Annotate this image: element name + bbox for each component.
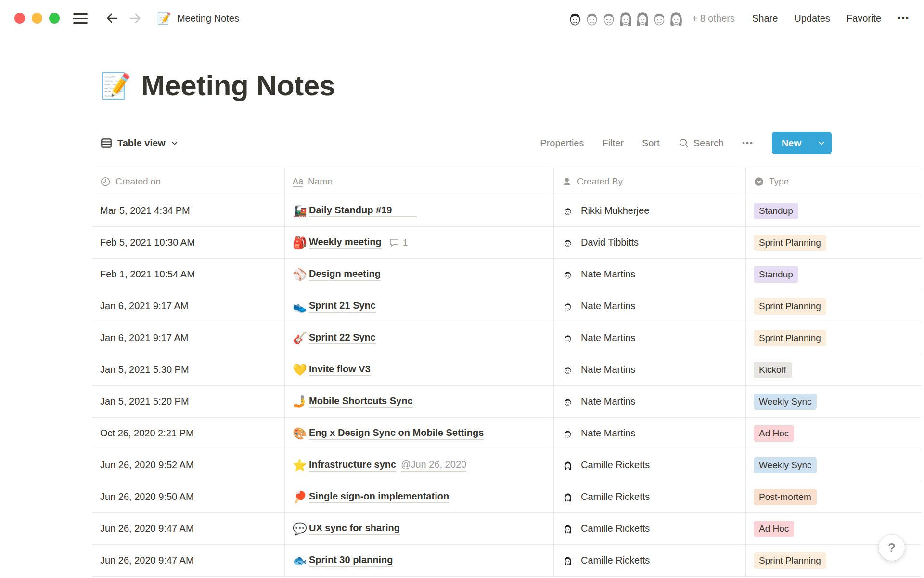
search-button[interactable]: Search	[678, 137, 724, 149]
cell-type[interactable]: Sprint Planning	[746, 290, 921, 322]
cell-type[interactable]: Standup	[746, 195, 921, 226]
cell-created-on[interactable]: Jun 26, 2020 9:47 AM	[92, 513, 285, 544]
table-row[interactable]: Mar 5, 2021 4:34 PM🚂Daily Standup #19Rik…	[92, 195, 921, 227]
column-header-name[interactable]: Aa Name	[285, 168, 554, 195]
table-row[interactable]: Jan 6, 2021 9:17 AM🎸Sprint 22 SyncNate M…	[92, 322, 921, 354]
cell-created-by[interactable]: Rikki Mukherjee	[554, 195, 746, 226]
page-title-emoji-icon[interactable]: 📝	[100, 67, 131, 104]
table-row[interactable]: Jan 6, 2021 9:17 AM👟Sprint 21 SyncNate M…	[92, 290, 921, 322]
new-button-label[interactable]: New	[772, 132, 811, 154]
table-row[interactable]: Oct 26, 2020 2:21 PM🎨Eng x Design Sync o…	[92, 418, 921, 449]
page-title-link[interactable]: Weekly meeting	[309, 236, 382, 249]
share-button[interactable]: Share	[752, 13, 778, 24]
cell-created-by[interactable]: Nate Martins	[554, 418, 746, 449]
table-row[interactable]: Jun 26, 2020 9:52 AM⭐Infrastructure sync…	[92, 449, 921, 481]
page-title[interactable]: Meeting Notes	[141, 67, 335, 104]
page-title-link[interactable]: Mobile Shortcuts Sync	[309, 395, 413, 408]
cell-created-on[interactable]: Jan 5, 2021 5:30 PM	[92, 354, 285, 385]
view-more-options-icon[interactable]: •••	[742, 138, 754, 148]
new-button[interactable]: New	[772, 132, 832, 154]
page-title-link[interactable]: Daily Standup #19	[309, 205, 417, 217]
comment-count[interactable]: 1	[388, 237, 408, 249]
cell-name[interactable]: 🚂Daily Standup #19	[285, 195, 554, 226]
cell-type[interactable]: Sprint Planning	[746, 322, 921, 354]
column-header-created-on[interactable]: Created on	[92, 168, 285, 195]
cell-name[interactable]: 👟Sprint 21 Sync	[285, 290, 554, 322]
page-title-link[interactable]: Sprint 21 Sync	[309, 300, 376, 313]
cell-created-by[interactable]: Nate Martins	[554, 322, 746, 354]
cell-created-on[interactable]: Jan 6, 2021 9:17 AM	[92, 290, 285, 322]
table-row[interactable]: Jan 5, 2021 5:30 PM💛Invite flow V3Nate M…	[92, 354, 921, 386]
cell-created-by[interactable]: Camille Ricketts	[554, 545, 746, 576]
sidebar-menu-icon[interactable]	[73, 13, 88, 24]
column-header-type[interactable]: Type	[746, 168, 921, 195]
others-count[interactable]: + 8 others	[692, 13, 735, 24]
cell-created-on[interactable]: Jun 26, 2020 9:47 AM	[92, 545, 285, 576]
page-title-link[interactable]: Invite flow V3	[309, 364, 371, 376]
sort-button[interactable]: Sort	[642, 138, 660, 149]
cell-created-on[interactable]: Oct 26, 2020 2:21 PM	[92, 418, 285, 449]
cell-name[interactable]: 🤳Mobile Shortcuts Sync	[285, 386, 554, 417]
cell-type[interactable]: Kickoff	[746, 354, 921, 385]
table-row[interactable]: Jun 26, 2020 9:50 AM🏓Single sign-on impl…	[92, 481, 921, 513]
minimize-window-button[interactable]	[32, 13, 42, 24]
updates-button[interactable]: Updates	[794, 13, 830, 24]
breadcrumb[interactable]: 📝 Meeting Notes	[157, 12, 239, 25]
help-button[interactable]: ?	[879, 535, 905, 561]
table-row[interactable]: Jun 26, 2020 9:47 AM💬UX sync for sharing…	[92, 513, 921, 545]
cell-created-by[interactable]: Nate Martins	[554, 386, 746, 417]
cell-created-by[interactable]: Nate Martins	[554, 290, 746, 322]
page-title-link[interactable]: Sprint 22 Sync	[309, 332, 376, 344]
cell-created-by[interactable]: Nate Martins	[554, 354, 746, 385]
cell-created-on[interactable]: Jan 5, 2021 5:20 PM	[92, 386, 285, 417]
table-row[interactable]: Feb 5, 2021 10:30 AM🎒Weekly meeting1Davi…	[92, 227, 921, 259]
cell-type[interactable]: Weekly Sync	[746, 449, 921, 481]
cell-type[interactable]: Sprint Planning	[746, 227, 921, 258]
cell-created-by[interactable]: David Tibbitts	[554, 227, 746, 258]
cell-name[interactable]: 💬UX sync for sharing	[285, 513, 554, 544]
cell-type[interactable]: Weekly Sync	[746, 386, 921, 417]
cell-created-by[interactable]: Camille Ricketts	[554, 513, 746, 544]
cell-created-on[interactable]: Jun 26, 2020 9:50 AM	[92, 481, 285, 512]
page-title-link[interactable]: Design meeting	[309, 268, 381, 281]
more-options-icon[interactable]: •••	[898, 13, 910, 24]
cell-created-by[interactable]: Camille Ricketts	[554, 449, 746, 481]
cell-created-by[interactable]: Nate Martins	[554, 259, 746, 290]
cell-created-by[interactable]: Camille Ricketts	[554, 481, 746, 512]
page-title-link[interactable]: Eng x Design Sync on Mobile Settings	[309, 427, 484, 440]
table-view-switcher[interactable]: Table view	[92, 137, 187, 149]
cell-created-on[interactable]: Feb 1, 2021 10:54 AM	[92, 259, 285, 290]
cell-name[interactable]: 🎒Weekly meeting1	[285, 227, 554, 258]
date-mention[interactable]: @Jun 26, 2020	[401, 459, 466, 472]
cell-name[interactable]: 🏓Single sign-on implementation	[285, 481, 554, 512]
cell-name[interactable]: 🐟Sprint 30 planning	[285, 545, 554, 576]
cell-created-on[interactable]: Jun 26, 2020 9:52 AM	[92, 449, 285, 481]
cell-created-on[interactable]: Feb 5, 2021 10:30 AM	[92, 227, 285, 258]
cell-created-on[interactable]: Mar 5, 2021 4:34 PM	[92, 195, 285, 226]
cell-name[interactable]: 🎨Eng x Design Sync on Mobile Settings	[285, 418, 554, 449]
column-header-created-by[interactable]: Created By	[554, 168, 746, 195]
page-title-link[interactable]: UX sync for sharing	[309, 523, 400, 535]
cell-type[interactable]: Post-mortem	[746, 481, 921, 512]
page-title-link[interactable]: Sprint 30 planning	[309, 554, 393, 567]
collaborator-avatar[interactable]	[565, 8, 586, 29]
cell-name[interactable]: ⭐Infrastructure sync@Jun 26, 2020	[285, 449, 554, 481]
table-row[interactable]: Feb 1, 2021 10:54 AM⚾Design meetingNate …	[92, 259, 921, 290]
new-dropdown-button[interactable]	[811, 132, 832, 154]
table-row[interactable]: Jun 26, 2020 9:47 AM🐟Sprint 30 planningC…	[92, 545, 921, 577]
zoom-window-button[interactable]	[49, 13, 60, 24]
back-button[interactable]	[105, 11, 119, 26]
cell-name[interactable]: 💛Invite flow V3	[285, 354, 554, 385]
filter-button[interactable]: Filter	[603, 138, 624, 149]
page-title-link[interactable]: Single sign-on implementation	[309, 491, 449, 503]
cell-name[interactable]: 🎸Sprint 22 Sync	[285, 322, 554, 354]
collaborator-avatars[interactable]	[565, 8, 687, 29]
properties-button[interactable]: Properties	[540, 138, 584, 149]
favorite-button[interactable]: Favorite	[847, 13, 881, 24]
cell-type[interactable]: Ad Hoc	[746, 418, 921, 449]
page-title-link[interactable]: Infrastructure sync	[309, 459, 396, 472]
cell-type[interactable]: Standup	[746, 259, 921, 290]
table-row[interactable]: Jan 5, 2021 5:20 PM🤳Mobile Shortcuts Syn…	[92, 386, 921, 418]
cell-name[interactable]: ⚾Design meeting	[285, 259, 554, 290]
cell-created-on[interactable]: Jan 6, 2021 9:17 AM	[92, 322, 285, 354]
